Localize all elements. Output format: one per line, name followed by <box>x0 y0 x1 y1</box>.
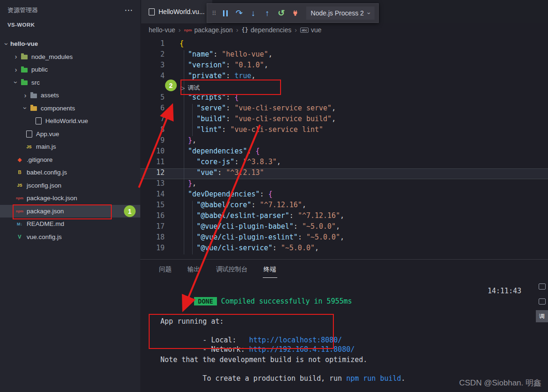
code-text: "dependencies": { <box>180 147 260 158</box>
code-line-12[interactable]: 12 "vue": "^3.2.13" <box>140 168 548 179</box>
breadcrumb-item-dependencies[interactable]: {}dependencies <box>242 26 292 34</box>
code-line-6[interactable]: 6 "serve": "vue-cli-service serve", <box>140 104 548 115</box>
step-into-icon[interactable]: ↓ <box>246 6 260 20</box>
code-line-3[interactable]: 3 "version": "0.1.0", <box>140 61 548 72</box>
code-line-8[interactable]: 8 "lint": "vue-cli-service lint" <box>140 125 548 136</box>
babel-icon: B <box>15 169 24 176</box>
network-url-link[interactable]: http://192.168.4.11:8080/ <box>249 345 355 354</box>
chevron-down-icon[interactable]: › <box>3 40 10 48</box>
chevron-right-icon[interactable]: › <box>12 53 20 60</box>
more-actions-icon[interactable]: ⋯ <box>124 5 133 15</box>
code-line-1[interactable]: 1{ <box>140 39 548 50</box>
folder-green-icon <box>20 66 29 73</box>
pause-icon[interactable] <box>218 6 232 20</box>
tree-label: src <box>31 79 40 86</box>
tree-item-node_modules[interactable]: ›node_modules <box>0 51 140 64</box>
tab-helloworld[interactable]: HelloWorld.vu... <box>141 0 212 23</box>
code-text: "@vue/cli-service": "~5.0.0", <box>180 244 319 254</box>
breadcrumb-item-package.json[interactable]: npmpackage.json <box>184 26 233 34</box>
code-line-18[interactable]: 18 "@vue/cli-plugin-eslint": "~5.0.0", <box>140 233 548 244</box>
code-text: "scripts": { <box>180 93 238 104</box>
restart-icon[interactable]: ↺ <box>274 6 288 20</box>
code-line-4[interactable]: 4 "private": true, <box>140 72 548 82</box>
code-line-16[interactable]: 16 "@babel/eslint-parser": "^7.12.16", <box>140 211 548 222</box>
chevron-right-icon[interactable]: › <box>22 92 29 99</box>
line-number: 8 <box>140 125 165 136</box>
code-text: "private": true, <box>180 72 256 82</box>
chevron-right-icon[interactable]: › <box>12 66 20 73</box>
line-number: 7 <box>140 115 165 125</box>
code-line-9[interactable]: 9 }, <box>140 136 548 147</box>
debug-codelens-button[interactable]: ▷调试 <box>180 82 200 93</box>
tree-item-components[interactable]: ›components <box>0 102 140 115</box>
tree-item-HelloWorld.vue[interactable]: HelloWorld.vue <box>0 115 140 128</box>
code-line-10[interactable]: 10 "dependencies": { <box>140 147 548 158</box>
tree-item-src[interactable]: ›src <box>0 76 140 89</box>
disconnect-icon[interactable] <box>288 6 303 20</box>
tree-item-package-lock.json[interactable]: npmpackage-lock.json <box>0 192 140 205</box>
editor-area: HelloWorld.vu... ⠿ ↷ ↓ ↑ ↺ Node.js Proce… <box>140 0 548 392</box>
tree-item-App.vue[interactable]: App.vue <box>0 128 140 141</box>
compiled-text: Compiled successfully in 5955ms <box>221 297 352 305</box>
chevron-down-icon[interactable]: › <box>12 79 20 86</box>
sidebar-header: 资源管理器 ⋯ <box>0 0 140 21</box>
tree-label: components <box>41 105 75 112</box>
bottom-panel: 问题输出调试控制台终端 DONECompiled successfully in… <box>140 259 548 392</box>
tree-item-.gitignore[interactable]: ◆.gitignore <box>0 153 140 167</box>
vue-icon: V <box>15 233 24 240</box>
code-line-5[interactable]: 5 "scripts": { <box>140 93 548 104</box>
line-number: 13 <box>140 179 165 190</box>
panel-tab-调试控制台[interactable]: 调试控制台 <box>215 261 249 277</box>
code-line-13[interactable]: 13 }, <box>140 179 548 190</box>
panel-tab-问题[interactable]: 问题 <box>158 261 173 277</box>
breadcrumb-item-vue[interactable]: abcvue <box>300 26 322 34</box>
code-line-2[interactable]: 2 "name": "hello-vue", <box>140 50 548 61</box>
code-line-11[interactable]: 11 "core-js": "^3.8.3", <box>140 158 548 168</box>
drag-handle-icon[interactable]: ⠿ <box>212 10 216 17</box>
local-url-line: - Local: http://localhost:8080/ <box>152 326 535 335</box>
panel-tab-终端[interactable]: 终端 <box>263 261 277 278</box>
workspace-section-header[interactable]: VS-WORK <box>0 21 140 31</box>
folder-yellow-icon <box>29 104 38 112</box>
tree-label: main.js <box>36 143 56 150</box>
panel-tab-输出[interactable]: 输出 <box>187 261 201 277</box>
tree-item-assets[interactable]: ›assets <box>0 89 140 102</box>
annotation-badge-1: 1 <box>124 205 136 217</box>
code-line-14[interactable]: 14 "devDependencies": { <box>140 190 548 201</box>
line-number: 17 <box>140 222 165 233</box>
code-line-19[interactable]: 19 "@vue/cli-service": "~5.0.0", <box>140 244 548 254</box>
terminal-compiled-line: DONECompiled successfully in 5955ms 14:1… <box>152 286 535 296</box>
watermark: CSDN @Siobhan. 明鑫 <box>459 377 541 388</box>
tree-item-main.js[interactable]: JSmain.js <box>0 140 140 153</box>
process-selector[interactable]: Node.js Process 2 › <box>306 7 375 20</box>
tree-item-README.md[interactable]: M↓README.md <box>0 218 140 231</box>
tree-item-package.json[interactable]: npmpackage.json <box>0 205 140 218</box>
folder-green-icon <box>20 79 29 86</box>
terminal-list-item[interactable] <box>536 280 548 292</box>
npm-icon: npm <box>15 207 24 215</box>
done-badge: DONE <box>194 297 217 305</box>
local-url-link[interactable]: http://localhost:8080/ <box>249 336 342 344</box>
code-line-7[interactable]: 7 "build": "vue-cli-service build", <box>140 115 548 125</box>
line-number: 14 <box>140 190 165 201</box>
step-out-icon[interactable]: ↑ <box>260 6 274 20</box>
panel-tabs: 问题输出调试控制台终端 <box>140 260 548 278</box>
breadcrumb-item-hello-vue[interactable]: hello-vue <box>149 26 175 34</box>
terminal-list: 调 <box>536 280 548 322</box>
code-editor[interactable]: 1{2 "name": "hello-vue",3 "version": "0.… <box>140 36 548 259</box>
code-line-15[interactable]: 15 "@babel/core": "^7.12.16", <box>140 201 548 211</box>
tree-item-jsconfig.json[interactable]: JSjsconfig.json <box>0 179 140 192</box>
step-over-icon[interactable]: ↷ <box>232 6 246 20</box>
npm-icon: npm <box>184 28 192 32</box>
terminal-list-item[interactable]: 调 <box>536 310 548 322</box>
code-line-17[interactable]: 17 "@vue/cli-plugin-babel": "~5.0.0", <box>140 222 548 233</box>
terminal-list-item[interactable] <box>536 295 548 307</box>
tree-item-hello-vue[interactable]: ›hello-vue <box>0 37 140 51</box>
folder-nm-icon <box>20 53 29 60</box>
tree-item-vue.config.js[interactable]: Vvue.config.js <box>0 231 140 244</box>
chevron-down-icon[interactable]: › <box>22 104 29 112</box>
tree-item-public[interactable]: ›public <box>0 63 140 76</box>
tab-title: HelloWorld.vu... <box>159 8 205 15</box>
tree-item-babel.config.js[interactable]: Bbabel.config.js <box>0 166 140 179</box>
chevron-down-icon: › <box>366 12 373 14</box>
